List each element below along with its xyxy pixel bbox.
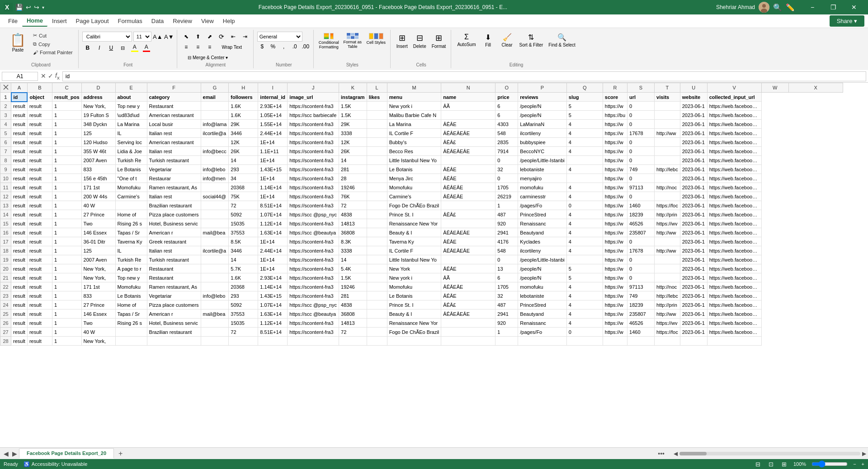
- format-table-button[interactable]: Format asTable: [341, 32, 364, 50]
- cell-15-3[interactable]: Rising 26 s: [115, 219, 147, 228]
- cell-22-2[interactable]: 171 1st: [81, 282, 115, 291]
- cell-27-18[interactable]: https://foc: [655, 328, 680, 337]
- align-center-button[interactable]: ≡: [193, 42, 203, 52]
- cell-10-6[interactable]: 34: [229, 174, 258, 183]
- col-header-T[interactable]: T: [655, 83, 680, 93]
- cell-19-4[interactable]: Turkish restaurant: [147, 255, 201, 264]
- cell-25-18[interactable]: http://ww: [655, 310, 680, 319]
- cell-8-3[interactable]: Turkish Re: [115, 156, 147, 165]
- cell-12-16[interactable]: https://w: [603, 192, 627, 201]
- col-header-N[interactable]: N: [441, 83, 495, 93]
- cell-11-8[interactable]: https://scontent-fra3: [288, 183, 339, 192]
- sort-filter-button[interactable]: ⇅ Sort & Filter: [517, 32, 546, 49]
- cell-10-9[interactable]: 28: [339, 174, 367, 183]
- cell-7-5[interactable]: info@becc: [201, 147, 229, 156]
- cell-26-18[interactable]: https://wv: [655, 319, 680, 328]
- cell-6-4[interactable]: American restaurant: [147, 138, 201, 147]
- cell-21-20[interactable]: https://web.facebook.ce: [707, 273, 761, 282]
- cell-8-5[interactable]: [201, 156, 229, 165]
- cell-20-10[interactable]: [367, 264, 387, 273]
- cell-4-8[interactable]: https://scontent-fra3: [288, 120, 339, 129]
- corner-header[interactable]: [0, 83, 11, 93]
- cell-9-3[interactable]: Le Botanis: [115, 165, 147, 174]
- cell-14-9[interactable]: 4838: [339, 210, 367, 219]
- cell-15-8[interactable]: https://scontent-fra3: [288, 219, 339, 228]
- cell-4-20[interactable]: https://web.facebook.ce: [707, 120, 761, 129]
- cell-18-1[interactable]: 1: [52, 246, 81, 255]
- cell-28-2[interactable]: New York,: [81, 337, 115, 346]
- autosum-button[interactable]: Σ AutoSum: [455, 32, 478, 48]
- cell-22-20[interactable]: https://web.facebook.ce: [707, 282, 761, 291]
- cell-12-8[interactable]: https://scontent-fra3: [288, 192, 339, 201]
- cell-14-14[interactable]: PrinceStred: [518, 210, 566, 219]
- cell-5-2[interactable]: 125: [81, 129, 115, 138]
- cell-13-12[interactable]: [441, 201, 495, 210]
- cell-26-1[interactable]: 1: [52, 319, 81, 328]
- cell-21-0[interactable]: result: [27, 273, 52, 282]
- cell-25-1[interactable]: 1: [52, 310, 81, 319]
- cell-9-20[interactable]: https://web.facebook.ce: [707, 165, 761, 174]
- cell-4-3[interactable]: La Marina: [115, 120, 147, 129]
- cell-14-15[interactable]: 4: [566, 210, 603, 219]
- cell-19-1[interactable]: 1: [52, 255, 81, 264]
- cell-18-10[interactable]: [367, 246, 387, 255]
- cell-21-8[interactable]: https://scontent-fra3: [288, 273, 339, 282]
- cell-13-4[interactable]: Brazilian restaurant: [147, 201, 201, 210]
- cell-27-11[interactable]: Fogo De ChÃEo Brazil: [387, 328, 441, 337]
- cell-A3[interactable]: result: [11, 111, 28, 120]
- decrease-decimal-button[interactable]: .0: [290, 42, 300, 51]
- cell-25-14[interactable]: Beautyand: [518, 310, 566, 319]
- cell-27-16[interactable]: https://w: [603, 328, 627, 337]
- cell-2-17[interactable]: 0: [627, 102, 655, 111]
- cell-9-13[interactable]: 32: [495, 165, 518, 174]
- cell-7-15[interactable]: 4: [566, 147, 603, 156]
- cell-25-2[interactable]: 146 Essex: [81, 310, 115, 319]
- cell-7-0[interactable]: result: [27, 147, 52, 156]
- cell-27-8[interactable]: https://scontent-fra3: [288, 328, 339, 337]
- cell-24-1[interactable]: 1: [52, 300, 81, 310]
- cell-A19[interactable]: result: [11, 255, 28, 264]
- sheet-nav-right[interactable]: ▶: [10, 448, 19, 459]
- cell-A5[interactable]: result: [11, 129, 28, 138]
- cell-13-11[interactable]: Fogo De ChÃEo Brazil: [387, 201, 441, 210]
- cell-13-1[interactable]: 1: [52, 201, 81, 210]
- cell-27-14[interactable]: /pages/Fo: [518, 328, 566, 337]
- font-size-select[interactable]: 11: [133, 32, 151, 42]
- cell-28-3[interactable]: [115, 337, 147, 346]
- cell-8-14[interactable]: /people/Little-Istanbi: [518, 156, 566, 165]
- fill-color-button[interactable]: A: [129, 43, 140, 53]
- cell-28-15[interactable]: [566, 337, 603, 346]
- cell-5-17[interactable]: 17678: [627, 129, 655, 138]
- cell-4-18[interactable]: [655, 120, 680, 129]
- format-button[interactable]: ⊞ Format: [429, 32, 448, 50]
- cell-23-8[interactable]: https://scontent-fra3: [288, 291, 339, 300]
- cell-A27[interactable]: result: [11, 328, 28, 337]
- cell-A10[interactable]: result: [11, 174, 28, 183]
- cell-9-12[interactable]: ÂÊÂE: [441, 165, 495, 174]
- cell-21-4[interactable]: Restaurant: [147, 273, 201, 282]
- cell-2-13[interactable]: 6: [495, 102, 518, 111]
- conditional-formatting-button[interactable]: ConditionalFormatting: [317, 32, 340, 51]
- cell-11-5[interactable]: [201, 183, 229, 192]
- cell-14-4[interactable]: Pizza place customers: [147, 210, 201, 219]
- cell-28-9[interactable]: [339, 337, 367, 346]
- cell-11-2[interactable]: 171 1st: [81, 183, 115, 192]
- cell-11-20[interactable]: https://web.facebook.ce: [707, 183, 761, 192]
- cell-16-10[interactable]: [367, 228, 387, 237]
- cell-A8[interactable]: result: [11, 156, 28, 165]
- cell-24-2[interactable]: 27 Prince: [81, 300, 115, 310]
- cell-7-4[interactable]: Italian rest: [147, 147, 201, 156]
- cell-20-1[interactable]: 1: [52, 264, 81, 273]
- cell-21-6[interactable]: 1.6K: [229, 273, 258, 282]
- cell-25-10[interactable]: [367, 310, 387, 319]
- cell-11-13[interactable]: 1705: [495, 183, 518, 192]
- cell-10-15[interactable]: [566, 174, 603, 183]
- cell-6-18[interactable]: [655, 138, 680, 147]
- cell-5-3[interactable]: IL: [115, 129, 147, 138]
- cell-A15[interactable]: result: [11, 219, 28, 228]
- cell-18-16[interactable]: https://w: [603, 246, 627, 255]
- cell-14-16[interactable]: https://w: [603, 210, 627, 219]
- cell-19-16[interactable]: https://w: [603, 255, 627, 264]
- cell-header-13[interactable]: price: [495, 93, 518, 102]
- cell-15-1[interactable]: 1: [52, 219, 81, 228]
